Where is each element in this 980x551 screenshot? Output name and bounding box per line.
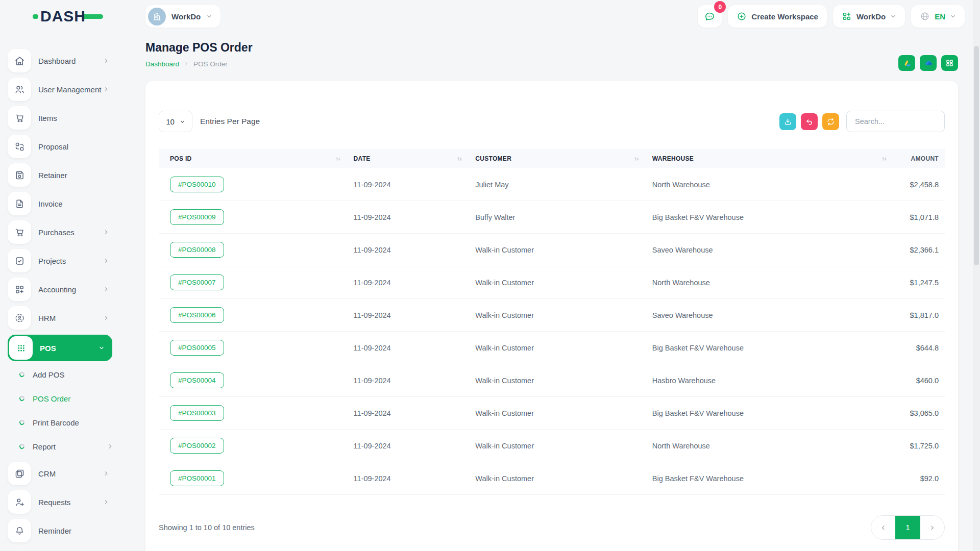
sidebar-item-dashboard[interactable]: Dashboard <box>8 49 109 72</box>
user-plus-icon <box>8 490 31 514</box>
hrm-icon <box>8 306 31 330</box>
grid-icon <box>945 58 954 68</box>
brand-name: DASH <box>40 9 86 24</box>
retainer-icon <box>8 163 31 187</box>
entries-per-page-select[interactable]: 10 <box>159 111 192 132</box>
table-row: #POS0000311-09-2024Walk-in CustomerBig B… <box>159 397 945 430</box>
sidebar-item-hrm[interactable]: HRM <box>8 306 109 330</box>
undo-button[interactable] <box>801 113 818 130</box>
chevron-right-icon <box>103 229 109 235</box>
sidebar-item-pos[interactable]: POS <box>8 335 112 361</box>
pos-orders-table: POS IDDATECUSTOMERWAREHOUSEAMOUNT #POS00… <box>159 149 945 495</box>
breadcrumb-dashboard-link[interactable]: Dashboard <box>145 60 179 68</box>
sidebar-item-retainer[interactable]: Retainer <box>8 163 109 187</box>
cell-warehouse: Hasbro Warehouse <box>646 364 894 397</box>
cart-icon <box>8 220 31 244</box>
pos-id-badge[interactable]: #POS00006 <box>170 307 224 323</box>
cell-date: 11-09-2024 <box>348 266 470 299</box>
chevron-right-icon <box>107 443 113 449</box>
chevron-right-icon <box>103 86 109 92</box>
sidebar-subitem-report[interactable]: Report <box>19 438 113 455</box>
app-menu-button[interactable]: WorkDo <box>833 5 905 28</box>
sidebar-item-purchases[interactable]: Purchases <box>8 220 109 244</box>
create-workspace-label: Create Workspace <box>751 12 818 21</box>
pos-id-badge[interactable]: #POS00003 <box>170 405 224 421</box>
pagination-prev-button[interactable] <box>871 516 895 539</box>
chevron-right-icon <box>103 499 109 505</box>
column-header-warehouse[interactable]: WAREHOUSE <box>646 149 894 168</box>
pos-id-badge[interactable]: #POS00005 <box>170 340 224 356</box>
sidebar-subitem-print-barcode[interactable]: Print Barcode <box>19 414 113 431</box>
sidebar-item-label: Proposal <box>38 142 109 151</box>
sidebar-subitem-add-pos[interactable]: Add POS <box>19 366 113 383</box>
table-row: #POS0000811-09-2024Walk-in CustomerSaveo… <box>159 234 945 266</box>
sidebar-subitem-label: Add POS <box>33 370 113 379</box>
table-body: #POS0001011-09-2024Juliet MayNorth Wareh… <box>159 168 945 495</box>
workspace-name: WorkDo <box>172 12 201 21</box>
cell-warehouse: North Warehouse <box>646 430 894 462</box>
cell-warehouse: North Warehouse <box>646 168 894 201</box>
sidebar-subitem-pos-order[interactable]: POS Order <box>19 390 113 407</box>
apps-grid-button[interactable] <box>941 55 958 71</box>
sidebar-item-proposal[interactable]: Proposal <box>8 135 109 158</box>
create-workspace-button[interactable]: Create Workspace <box>728 5 827 28</box>
messages-badge: 0 <box>714 1 726 13</box>
refresh-button[interactable] <box>822 113 839 130</box>
sidebar-item-accounting[interactable]: Accounting <box>8 278 109 301</box>
pagination-next-button[interactable] <box>920 516 944 539</box>
cell-customer: Walk-in Customer <box>469 430 646 462</box>
column-header-customer[interactable]: CUSTOMER <box>469 149 646 168</box>
sidebar-item-crm[interactable]: CRM <box>8 462 109 485</box>
pagination-page-button[interactable]: 1 <box>895 516 920 539</box>
export-button[interactable] <box>779 113 796 130</box>
sidebar-item-label: Projects <box>38 257 103 265</box>
cell-date: 11-09-2024 <box>348 430 470 462</box>
undo-icon <box>805 117 814 126</box>
sidebar-item-projects[interactable]: Projects <box>8 249 109 272</box>
building-icon <box>152 12 162 21</box>
pos-id-badge[interactable]: #POS00009 <box>170 209 224 225</box>
messages-button[interactable]: 0 <box>698 5 722 28</box>
workspace-selector[interactable]: WorkDo <box>145 5 220 28</box>
table-header-row: POS IDDATECUSTOMERWAREHOUSEAMOUNT <box>159 149 945 168</box>
pos-id-badge[interactable]: #POS00004 <box>170 372 224 388</box>
sidebar-item-user-management[interactable]: User Management <box>8 78 109 101</box>
column-header-pos-id[interactable]: POS ID <box>159 149 348 168</box>
table-row: #POS0000211-09-2024Walk-in CustomerNorth… <box>159 430 945 462</box>
sidebar-item-label: Retainer <box>38 171 109 180</box>
sidebar-item-label: HRM <box>38 314 103 322</box>
column-header-date[interactable]: DATE <box>348 149 470 168</box>
chevron-right-icon <box>184 61 189 66</box>
sidebar-item-invoice[interactable]: Invoice <box>8 192 109 215</box>
pos-id-badge[interactable]: #POS00001 <box>170 470 224 486</box>
sidebar-item-reminder[interactable]: Reminder <box>8 519 109 542</box>
scrollbar-thumb[interactable] <box>974 46 979 265</box>
sidebar-item-requests[interactable]: Requests <box>8 490 109 514</box>
language-label: EN <box>935 12 945 21</box>
entries-summary: Showing 1 to 10 of 10 entries <box>159 523 255 532</box>
search-input[interactable] <box>846 111 945 132</box>
pos-id-badge[interactable]: #POS00010 <box>170 177 224 192</box>
onedrive-icon <box>923 58 933 68</box>
cell-customer: Walk-in Customer <box>469 266 646 299</box>
google-drive-button[interactable] <box>898 55 915 71</box>
pos-id-badge[interactable]: #POS00007 <box>170 274 224 290</box>
sidebar-item-label: Requests <box>38 498 103 507</box>
onedrive-button[interactable] <box>920 55 937 71</box>
grid-plus-icon <box>842 11 852 21</box>
cell-date: 11-09-2024 <box>348 234 470 266</box>
cell-warehouse: Big Basket F&V Warehouse <box>646 397 894 430</box>
page-scrollbar[interactable] <box>973 0 980 551</box>
pos-id-badge[interactable]: #POS00008 <box>170 242 224 258</box>
accounting-icon <box>8 278 31 301</box>
sidebar-item-items[interactable]: Items <box>8 106 109 130</box>
sidebar-item-label: User Management <box>38 85 103 94</box>
cell-date: 11-09-2024 <box>348 201 470 234</box>
language-button[interactable]: EN <box>911 5 965 28</box>
pos-id-badge[interactable]: #POS00002 <box>170 438 224 454</box>
cell-warehouse: Big Basket F&V Warehouse <box>646 201 894 234</box>
chevron-down-icon <box>890 13 896 19</box>
cell-amount: $644.8 <box>894 332 945 364</box>
pos-icon <box>9 336 33 360</box>
pagination: 1 <box>871 515 945 540</box>
